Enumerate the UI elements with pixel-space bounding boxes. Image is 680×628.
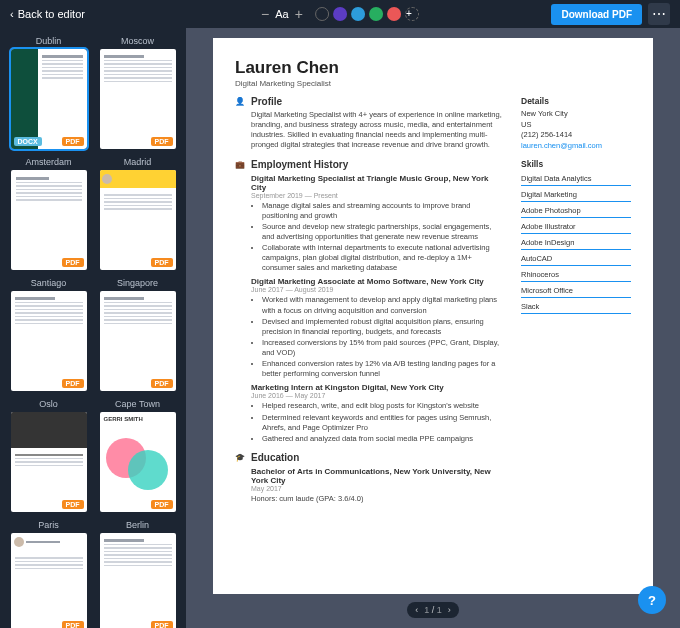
job-title: Digital Marketing Specialist at Triangle… bbox=[235, 174, 505, 192]
center-toolbar: − Aa + + bbox=[261, 6, 419, 22]
badge-pdf: PDF bbox=[62, 500, 84, 509]
help-button[interactable]: ? bbox=[638, 586, 666, 614]
template-label: Berlin bbox=[126, 520, 149, 530]
resume-name: Lauren Chen bbox=[235, 58, 631, 78]
pager-status: 1 / 1 bbox=[424, 605, 442, 615]
badge-pdf: PDF bbox=[151, 137, 173, 146]
badge-pdf: PDF bbox=[151, 621, 173, 628]
skill-item: Slack bbox=[521, 300, 631, 314]
details-email: lauren.chen@gmail.com bbox=[521, 141, 631, 152]
color-picker: + bbox=[315, 7, 419, 21]
main-area: DublinPDFDOCXMoscowPDFAmsterdamPDFMadrid… bbox=[0, 28, 680, 628]
job-dates: June 2017 — August 2019 bbox=[235, 286, 505, 293]
edu-note: Honors: cum laude (GPA: 3.6/4.0) bbox=[235, 494, 505, 504]
badge-pdf: PDF bbox=[62, 379, 84, 388]
resume-page: Lauren Chen Digital Marketing Specialist… bbox=[213, 38, 653, 594]
pager-next[interactable]: › bbox=[448, 605, 451, 615]
briefcase-icon: 💼 bbox=[235, 159, 245, 169]
profile-text: Digital Marketing Specialist with 4+ yea… bbox=[235, 110, 505, 151]
badge-pdf: PDF bbox=[151, 500, 173, 509]
section-title-education: Education bbox=[251, 452, 299, 463]
template-card-amsterdam[interactable]: PDF bbox=[11, 170, 87, 270]
badge-pdf: PDF bbox=[151, 379, 173, 388]
section-title-employment: Employment History bbox=[251, 159, 348, 170]
more-menu-button[interactable]: ⋯ bbox=[648, 3, 670, 25]
template-label: Madrid bbox=[124, 157, 152, 167]
color-add[interactable]: + bbox=[405, 7, 419, 21]
badge-pdf: PDF bbox=[62, 621, 84, 628]
zoom-label: Aa bbox=[275, 8, 288, 20]
back-label: Back to editor bbox=[18, 8, 85, 20]
template-label: Singapore bbox=[117, 278, 158, 288]
job-bullets: Worked with management to develop and ap… bbox=[235, 295, 505, 379]
download-pdf-button[interactable]: Download PDF bbox=[551, 4, 642, 25]
template-card-singapore[interactable]: PDF bbox=[100, 291, 176, 391]
template-card-berlin[interactable]: PDF bbox=[100, 533, 176, 628]
edu-title: Bachelor of Arts in Communications, New … bbox=[235, 467, 505, 485]
template-label: Paris bbox=[38, 520, 59, 530]
template-card-paris[interactable]: PDF bbox=[11, 533, 87, 628]
resume-side-column: Details New York City US (212) 256-1414 … bbox=[521, 96, 631, 512]
badge-docx: DOCX bbox=[14, 137, 42, 146]
zoom-controls: − Aa + bbox=[261, 6, 303, 22]
template-card-dublin[interactable]: PDFDOCX bbox=[11, 49, 87, 149]
badge-pdf: PDF bbox=[62, 258, 84, 267]
template-card-santiago[interactable]: PDF bbox=[11, 291, 87, 391]
zoom-out-button[interactable]: − bbox=[261, 6, 269, 22]
job-bullets: Helped research, write, and edit blog po… bbox=[235, 401, 505, 444]
template-card-cape-town[interactable]: GERRI SMITHPDF bbox=[100, 412, 176, 512]
skill-item: Microsoft Office bbox=[521, 284, 631, 298]
education-icon: 🎓 bbox=[235, 452, 245, 462]
color-none[interactable] bbox=[315, 7, 329, 21]
skill-item: Adobe InDesign bbox=[521, 236, 631, 250]
right-toolbar: Download PDF ⋯ bbox=[551, 3, 670, 25]
template-label: Moscow bbox=[121, 36, 154, 46]
template-card-madrid[interactable]: PDF bbox=[100, 170, 176, 270]
zoom-in-button[interactable]: + bbox=[295, 6, 303, 22]
template-label: Dublin bbox=[36, 36, 62, 46]
chevron-left-icon: ‹ bbox=[10, 8, 14, 20]
template-card-moscow[interactable]: PDF bbox=[100, 49, 176, 149]
template-label: Oslo bbox=[39, 399, 58, 409]
color-swatch[interactable] bbox=[369, 7, 383, 21]
details-country: US bbox=[521, 120, 631, 131]
details-heading: Details bbox=[521, 96, 631, 106]
color-swatch[interactable] bbox=[387, 7, 401, 21]
template-card-oslo[interactable]: PDF bbox=[11, 412, 87, 512]
template-sidebar[interactable]: DublinPDFDOCXMoscowPDFAmsterdamPDFMadrid… bbox=[0, 28, 186, 628]
skill-item: Rhinoceros bbox=[521, 268, 631, 282]
details-phone: (212) 256-1414 bbox=[521, 130, 631, 141]
job-dates: June 2016 — May 2017 bbox=[235, 392, 505, 399]
section-title-profile: Profile bbox=[251, 96, 282, 107]
skill-item: Digital Marketing bbox=[521, 188, 631, 202]
template-label: Santiago bbox=[31, 278, 67, 288]
profile-icon: 👤 bbox=[235, 97, 245, 107]
resume-main-column: 👤Profile Digital Marketing Specialist wi… bbox=[235, 96, 505, 512]
template-label: Amsterdam bbox=[25, 157, 71, 167]
skill-item: Digital Data Analytics bbox=[521, 172, 631, 186]
page-navigator: ‹ 1 / 1 › bbox=[407, 602, 459, 618]
job-title: Marketing Intern at Kingston Digital, Ne… bbox=[235, 383, 505, 392]
job-bullets: Manage digital sales and streaming accou… bbox=[235, 201, 505, 274]
edu-dates: May 2017 bbox=[235, 485, 505, 492]
job-dates: September 2019 — Present bbox=[235, 192, 505, 199]
skills-heading: Skills bbox=[521, 159, 631, 169]
details-city: New York City bbox=[521, 109, 631, 120]
preview-canvas: Lauren Chen Digital Marketing Specialist… bbox=[186, 28, 680, 628]
resume-role: Digital Marketing Specialist bbox=[235, 79, 631, 88]
job-title: Digital Marketing Associate at Momo Soft… bbox=[235, 277, 505, 286]
template-label: Cape Town bbox=[115, 399, 160, 409]
skill-item: AutoCAD bbox=[521, 252, 631, 266]
badge-pdf: PDF bbox=[151, 258, 173, 267]
back-to-editor-link[interactable]: ‹ Back to editor bbox=[10, 8, 85, 20]
badge-pdf: PDF bbox=[62, 137, 84, 146]
topbar: ‹ Back to editor − Aa + + Download PDF ⋯ bbox=[0, 0, 680, 28]
pager-prev[interactable]: ‹ bbox=[415, 605, 418, 615]
skill-item: Adobe Illustrator bbox=[521, 220, 631, 234]
color-swatch[interactable] bbox=[333, 7, 347, 21]
skill-item: Adobe Photoshop bbox=[521, 204, 631, 218]
color-swatch[interactable] bbox=[351, 7, 365, 21]
